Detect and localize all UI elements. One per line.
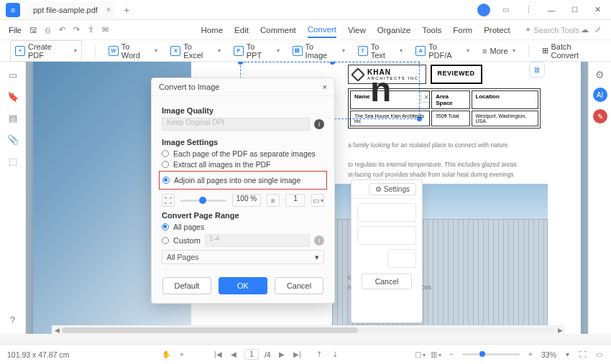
- zoom-out-icon[interactable]: −: [446, 350, 456, 358]
- zoom-slider[interactable]: [180, 200, 226, 202]
- ok-button[interactable]: OK: [219, 277, 267, 294]
- settings-field[interactable]: [357, 203, 416, 222]
- view-mode-icon[interactable]: ▥: [431, 350, 441, 358]
- scrollbar-thumb[interactable]: [62, 327, 358, 333]
- dpi-input[interactable]: Keep Original DPI: [162, 118, 310, 131]
- menu-form[interactable]: Form: [453, 23, 472, 37]
- info-icon[interactable]: i: [314, 235, 324, 246]
- add-tab-button[interactable]: +: [119, 4, 134, 16]
- layout-icon[interactable]: ▭: [311, 194, 324, 207]
- menu-convert[interactable]: Convert: [308, 22, 336, 38]
- option-custom-label[interactable]: Custom: [173, 236, 201, 245]
- search-tools[interactable]: ✦ Search Tools: [525, 25, 579, 34]
- file-menu[interactable]: File: [4, 24, 26, 36]
- crop-icon[interactable]: ⛶: [162, 194, 175, 207]
- first-page-icon[interactable]: |◀: [213, 350, 223, 358]
- fullscreen-icon[interactable]: ⛶: [578, 350, 588, 358]
- expand-icon[interactable]: ⤢: [594, 25, 601, 34]
- menu-tools[interactable]: Tools: [422, 23, 441, 37]
- mail-icon[interactable]: ✉: [99, 24, 112, 37]
- save-icon[interactable]: 🖫: [27, 24, 40, 37]
- to-text-button[interactable]: TTo Text: [358, 42, 403, 60]
- custom-range-input[interactable]: 1-4: [205, 234, 310, 247]
- settings-field[interactable]: [387, 249, 416, 268]
- to-word-button[interactable]: WTo Word: [109, 42, 158, 60]
- redo-icon[interactable]: ↷: [70, 24, 83, 37]
- attachment-icon[interactable]: 📎: [7, 134, 19, 145]
- to-ppt-button[interactable]: PTo PPT: [234, 42, 280, 60]
- to-excel-button[interactable]: XTo Excel: [170, 42, 220, 60]
- comment-panel-icon[interactable]: ▤: [7, 112, 19, 123]
- selection-handle[interactable]: [330, 62, 335, 65]
- option-all-pages[interactable]: All pages: [162, 223, 324, 231]
- info-icon[interactable]: i: [314, 119, 324, 129]
- option-each-page[interactable]: Each page of the PDF as separate images: [162, 149, 324, 158]
- scroll-left-icon[interactable]: ◀: [52, 327, 62, 334]
- window-close-icon[interactable]: ✕: [589, 5, 605, 14]
- align-icon[interactable]: ≡: [267, 194, 280, 207]
- cloud-icon[interactable]: ☁: [581, 25, 589, 34]
- read-mode-icon[interactable]: ▭: [594, 350, 604, 358]
- page-number-input[interactable]: 1: [244, 349, 259, 360]
- chevron-down-icon[interactable]: ▾: [562, 350, 572, 358]
- adjust-icon[interactable]: ⚙: [595, 69, 605, 80]
- batch-convert-button[interactable]: ⊞Batch Convert: [542, 42, 601, 60]
- maximize-icon[interactable]: ☐: [566, 6, 582, 14]
- menu-organize[interactable]: Organize: [377, 23, 411, 37]
- document-header: KHAN ARCHITECTS INC. REVIEWED NameArea S…: [348, 65, 541, 129]
- menu-edit[interactable]: Edit: [234, 23, 249, 37]
- fit-mode-icon[interactable]: ▢: [415, 350, 425, 358]
- to-pdfa-button[interactable]: ATo PDF/A: [415, 42, 469, 60]
- next-page-icon[interactable]: ▶: [277, 350, 287, 358]
- khan-logo-icon: [351, 67, 365, 82]
- selection-handle[interactable]: [238, 62, 243, 65]
- bookmark-icon[interactable]: 🔖: [7, 90, 19, 102]
- left-sidebar: ▭ 🔖 ▤ 📎 ⬚ ?: [0, 62, 26, 334]
- convert-to-image-dialog: Convert to Image × Image Quality Keep Or…: [151, 78, 335, 304]
- edit-assistant-icon[interactable]: ✎: [593, 109, 607, 123]
- horizontal-scrollbar[interactable]: ◀ ▶: [52, 325, 565, 334]
- jump-up-icon[interactable]: ⤒: [314, 350, 324, 358]
- more-button[interactable]: ≡More: [482, 47, 515, 55]
- document-tab[interactable]: ppt file-sample.pdf ×: [26, 1, 115, 19]
- zoom-percent-input[interactable]: 100 %: [232, 194, 261, 207]
- undo-icon[interactable]: ↶: [56, 24, 69, 37]
- prev-page-icon[interactable]: ◀: [229, 350, 239, 358]
- menu-home[interactable]: Home: [201, 23, 223, 37]
- menu-protect[interactable]: Protect: [484, 23, 510, 37]
- select-tool-icon[interactable]: ⌖: [177, 350, 187, 359]
- feedback-icon[interactable]: ▭: [497, 6, 513, 14]
- kebab-icon[interactable]: ⋮: [520, 5, 536, 14]
- print-icon[interactable]: ⎙: [42, 24, 55, 37]
- settings-cancel-button[interactable]: Cancel: [362, 274, 412, 289]
- close-tab-icon[interactable]: ×: [106, 6, 111, 14]
- minimize-icon[interactable]: —: [543, 6, 559, 14]
- default-button[interactable]: Default: [162, 277, 211, 294]
- help-icon[interactable]: ?: [7, 314, 19, 325]
- jump-down-icon[interactable]: ⤓: [330, 350, 340, 358]
- cancel-button[interactable]: Cancel: [275, 277, 323, 294]
- field-icon[interactable]: ⬚: [7, 155, 19, 167]
- user-avatar-icon[interactable]: [477, 4, 490, 17]
- settings-button[interactable]: ⚙Settings: [369, 183, 416, 195]
- thumbnail-icon[interactable]: ▭: [7, 69, 19, 80]
- last-page-icon[interactable]: ▶|: [293, 350, 303, 358]
- columns-stepper[interactable]: 1: [285, 194, 306, 207]
- share-icon[interactable]: ⇪: [85, 24, 98, 37]
- settings-field[interactable]: [357, 226, 416, 245]
- option-extract-images[interactable]: Extract all images in the PDF: [162, 160, 324, 169]
- hand-tool-icon[interactable]: ✋: [161, 350, 171, 358]
- menu-view[interactable]: View: [348, 23, 366, 37]
- ai-assistant-icon[interactable]: AI: [593, 88, 607, 102]
- right-sidebar: ⚙ AI ✎: [588, 62, 611, 334]
- to-image-button[interactable]: 🖼To Image: [293, 42, 345, 60]
- scroll-right-icon[interactable]: ▶: [555, 327, 565, 334]
- create-pdf-button[interactable]: +Create PDF: [10, 40, 82, 62]
- option-adjoin-pages[interactable]: Adjoin all pages into one single image: [162, 176, 323, 185]
- status-bar: 101.93 x 47.87 cm ✋ ⌖ |◀ ◀ 1 /4 ▶ ▶| ⤒ ⤓…: [0, 344, 611, 364]
- page-range-select[interactable]: All Pages▾: [162, 250, 324, 264]
- zoom-slider[interactable]: [462, 353, 520, 355]
- dialog-close-icon[interactable]: ×: [323, 83, 327, 91]
- menu-comment[interactable]: Comment: [260, 23, 296, 37]
- zoom-in-icon[interactable]: +: [525, 350, 536, 358]
